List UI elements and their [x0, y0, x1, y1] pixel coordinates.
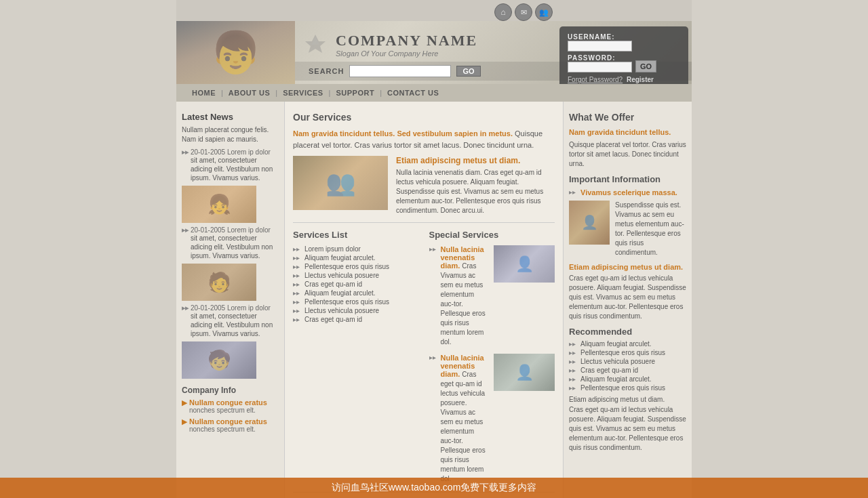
arrow-icon-2: ▶ — [182, 417, 187, 426]
company-link-1-sub: nonches spectrum elt. — [189, 407, 267, 414]
watermark-text: 访问血鸟社区www.taobao.com免费下载更多内容 — [332, 482, 537, 493]
watermark: 访问血鸟社区www.taobao.com免费下载更多内容 — [0, 478, 868, 498]
center-content: Our Services Nam gravida tincidunt tellu… — [285, 102, 563, 498]
rec-item-3: ▸▸Llectus vehicula posuere — [569, 358, 686, 365]
login-box: USERNAME: PASSWORD: GO Forgot Password? … — [559, 26, 688, 84]
logo-icon — [302, 31, 329, 58]
special-services-title: Special Services — [429, 230, 555, 240]
rec-bullet: ▸▸ — [569, 384, 578, 392]
rec-item-4: ▸▸Cras eget qu-am id — [569, 367, 686, 374]
login-go-button[interactable]: GO — [635, 60, 656, 72]
news-intro: Nullam placerat congue felis. Nam id sap… — [182, 125, 279, 144]
forgot-password-link[interactable]: Forgot Password? — [568, 76, 623, 83]
arrow-icon-1: ▶ — [182, 398, 187, 407]
vivamus-link[interactable]: Vivamus scelerique massa. — [580, 188, 677, 196]
password-label: PASSWORD: — [568, 54, 632, 62]
nav-home[interactable]: HOME — [186, 87, 221, 98]
offer-bold: Nam gravida tincidunt tellus. — [569, 127, 686, 138]
special-item-1: 👤 ▸▸ Nulla lacinia venenatis diam. Cras … — [429, 245, 555, 347]
password-input[interactable] — [568, 62, 632, 72]
company-link-1[interactable]: Nullam congue eratus — [189, 398, 267, 407]
company-info-title: Company Info — [182, 386, 279, 395]
bullet-icon: ▸▸ — [293, 289, 302, 297]
nav-about[interactable]: ABOUT US — [223, 87, 275, 98]
search-go-button[interactable]: GO — [456, 66, 480, 77]
news-item-3: ▸▸ 20-01-2005 Lorem ip dolor sit amet, c… — [182, 304, 279, 379]
users-icon: 👥 — [539, 8, 549, 17]
company-link-2-row: ▶ Nullam congue eratus nonches spectrum … — [182, 417, 279, 433]
bottom-etiam-title: Etiam adipiscing metus ut diam. — [569, 396, 686, 403]
service-item-4: ▸▸Llectus vehicula posuere — [293, 272, 419, 279]
right-etiam-text: Cras eget qu-am id lectus vehicula posue… — [569, 274, 686, 321]
rec-bullet: ▸▸ — [569, 367, 578, 374]
services-list: Services List ▸▸Lorem ipsum dolor ▸▸Aliq… — [293, 230, 419, 484]
company-name: COMPANY NAME — [336, 32, 477, 49]
users-icon-btn[interactable]: 👥 — [535, 3, 553, 21]
news-bullet-1: ▸▸ — [182, 148, 189, 156]
rec-item-2: ▸▸Pellentesque eros quis risus — [569, 349, 686, 356]
company-link-1-row: ▶ Nullam congue eratus nonches spectrum … — [182, 398, 279, 414]
special-text-1: Cras Vivamus ac sem eu metus elementum a… — [441, 262, 486, 346]
search-label: SEARCH — [309, 67, 344, 75]
nav-support[interactable]: SUPPORT — [330, 87, 380, 98]
service-item-1: ▸▸Lorem ipsum dolor — [293, 245, 419, 253]
sidebar-img-2: 🧑 — [182, 264, 256, 301]
hero-image: 👦 — [176, 21, 295, 84]
offer-text: Quisque placerat vel tortor. Cras varius… — [569, 140, 686, 169]
right-sidebar: What We Offer Nam gravida tincidunt tell… — [563, 102, 692, 498]
service-item-9: ▸▸Cras eget qu-am id — [293, 316, 419, 323]
special-item-2: 👤 ▸▸ Nulla lacinia venenatis diam. Cras … — [429, 354, 555, 484]
rec-item-1: ▸▸Aliquam feugiat arculet. — [569, 340, 686, 348]
rec-bullet: ▸▸ — [569, 349, 578, 356]
important-title: Important Information — [569, 174, 686, 184]
news-item-1: ▸▸ 20-01-2005 Lorem ip dolor sit amet, c… — [182, 148, 279, 223]
recommended-title: Recommended — [569, 327, 686, 337]
right-img: 👤 — [569, 201, 610, 245]
news-text-2: sit amet, consectetuer adicing elit. Ves… — [191, 234, 279, 260]
sidebar-img-1: 👧 — [182, 186, 256, 223]
bullet-icon: ▸▸ — [293, 316, 302, 323]
forgot-password: Forgot Password? Register — [568, 76, 680, 83]
service-item-5: ▸▸Cras eget qu-am id — [293, 281, 419, 288]
bottom-text: Cras eget qu-am id lectus vehicula posue… — [569, 405, 686, 453]
bullet-icon: ▸▸ — [293, 272, 302, 279]
news-text-1: sit amet, consectetuer adicing elit. Ves… — [191, 156, 279, 182]
news-bullet-2: ▸▸ — [182, 226, 189, 234]
nav-bar: HOME | ABOUT US | SERVICES | SUPPORT | C… — [176, 84, 692, 102]
special-img-1: 👤 — [494, 245, 555, 283]
two-col-layout: Services List ▸▸Lorem ipsum dolor ▸▸Aliq… — [293, 230, 555, 484]
bullet-icon: ▸▸ — [293, 307, 302, 314]
username-input[interactable] — [568, 41, 632, 51]
right-img-text: Suspendisse quis est. Vivamus ac sem eu … — [615, 201, 686, 257]
services-list-title: Services List — [293, 230, 419, 240]
rec-item-5: ▸▸Aliquam feugiat arculet. — [569, 375, 686, 383]
home-icon-btn[interactable]: ⌂ — [494, 3, 512, 21]
top-icon-bar: ⌂ ✉ 👥 — [494, 3, 553, 21]
search-input[interactable] — [349, 65, 451, 77]
username-label: USERNAME: — [568, 33, 680, 41]
what-we-offer-title: What We Offer — [569, 112, 686, 123]
company-link-2[interactable]: Nullam congue eratus — [189, 417, 267, 426]
our-services-title: Our Services — [293, 112, 555, 123]
bullet-icon: ▸▸ — [293, 254, 302, 262]
news-bullet-3: ▸▸ — [182, 304, 189, 312]
special-bullet-2: ▸▸ — [429, 354, 439, 484]
email-icon-btn[interactable]: ✉ — [515, 3, 532, 21]
special-bullet-1: ▸▸ — [429, 245, 439, 347]
divider-1 — [293, 222, 555, 223]
news-item-2: ▸▸ 20-01-2005 Lorem ip dolor sit amet, c… — [182, 226, 279, 301]
rec-bullet: ▸▸ — [569, 375, 578, 383]
news-date-1: 20-01-2005 Lorem ip dolor — [191, 148, 279, 156]
special-services: Special Services 👤 ▸▸ Nulla lacinia vene… — [429, 230, 555, 484]
right-img-row: 👤 Suspendisse quis est. Vivamus ac sem e… — [569, 201, 686, 257]
news-text-3: sit amet, consectetuer adicing elit. Ves… — [191, 312, 279, 338]
bullet-icon: ▸▸ — [293, 281, 302, 288]
nav-contact[interactable]: CONTACT US — [382, 87, 444, 98]
intro-bold: Nam gravida tincidunt tellus. Sed vestib… — [293, 129, 515, 138]
service-item-6: ▸▸Aliquam feugiat arculet. — [293, 289, 419, 297]
home-icon: ⌂ — [500, 7, 505, 17]
latest-news-title: Latest News — [182, 112, 279, 122]
news-date-2: 20-01-2005 Lorem ip dolor — [191, 226, 279, 234]
nav-services[interactable]: SERVICES — [277, 87, 328, 98]
register-label: Register — [627, 76, 654, 83]
